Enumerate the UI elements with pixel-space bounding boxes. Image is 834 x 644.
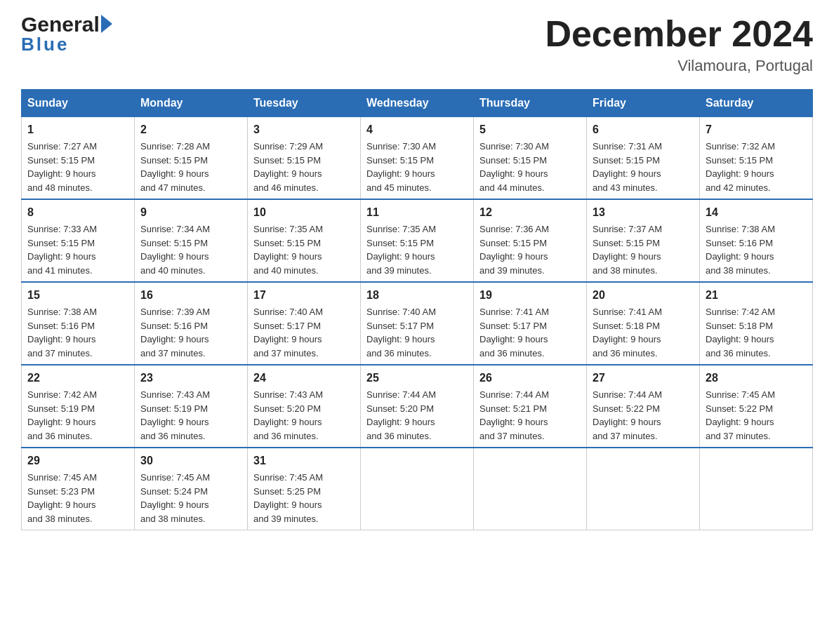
- day-daylight-cont: and 39 minutes.: [253, 514, 319, 524]
- day-number: 9: [140, 204, 241, 221]
- calendar-day-cell: 25 Sunrise: 7:44 AM Sunset: 5:20 PM Dayl…: [361, 365, 474, 448]
- day-number: 26: [479, 370, 581, 387]
- day-sunrise: Sunrise: 7:42 AM: [706, 307, 775, 317]
- calendar-day-cell: 27 Sunrise: 7:44 AM Sunset: 5:22 PM Dayl…: [587, 365, 700, 448]
- day-number: 12: [479, 204, 581, 221]
- day-sunset: Sunset: 5:15 PM: [27, 155, 95, 166]
- day-daylight-cont: and 36 minutes.: [140, 431, 206, 441]
- day-sunrise: Sunrise: 7:40 AM: [366, 307, 436, 317]
- day-sunrise: Sunrise: 7:35 AM: [366, 224, 436, 234]
- day-sunset: Sunset: 5:15 PM: [140, 155, 208, 166]
- calendar-week-row: 29 Sunrise: 7:45 AM Sunset: 5:23 PM Dayl…: [22, 448, 813, 530]
- day-daylight-cont: and 39 minutes.: [479, 265, 545, 276]
- day-daylight-cont: and 37 minutes.: [27, 348, 93, 358]
- day-daylight-cont: and 37 minutes.: [140, 348, 206, 358]
- day-daylight-cont: and 41 minutes.: [27, 265, 93, 276]
- day-number: 24: [253, 370, 355, 387]
- day-sunrise: Sunrise: 7:45 AM: [27, 472, 97, 483]
- day-sunset: Sunset: 5:18 PM: [593, 321, 660, 331]
- day-daylight-cont: and 48 minutes.: [27, 182, 93, 193]
- day-daylight-cont: and 37 minutes.: [253, 348, 319, 358]
- day-daylight-cont: and 36 minutes.: [27, 431, 93, 441]
- calendar-day-cell: 5 Sunrise: 7:30 AM Sunset: 5:15 PM Dayli…: [474, 117, 587, 200]
- day-daylight: Daylight: 9 hours: [140, 499, 209, 510]
- day-sunrise: Sunrise: 7:33 AM: [27, 224, 97, 234]
- day-sunset: Sunset: 5:23 PM: [27, 486, 95, 497]
- day-sunset: Sunset: 5:15 PM: [253, 238, 321, 248]
- day-daylight: Daylight: 9 hours: [253, 168, 322, 179]
- day-number: 4: [366, 121, 468, 138]
- calendar-day-cell: 22 Sunrise: 7:42 AM Sunset: 5:19 PM Dayl…: [22, 365, 135, 448]
- day-daylight: Daylight: 9 hours: [140, 168, 209, 179]
- calendar-week-row: 22 Sunrise: 7:42 AM Sunset: 5:19 PM Dayl…: [22, 365, 813, 448]
- day-sunset: Sunset: 5:17 PM: [366, 321, 434, 331]
- day-number: 10: [253, 204, 355, 221]
- calendar-day-cell: 19 Sunrise: 7:41 AM Sunset: 5:17 PM Dayl…: [474, 282, 587, 365]
- calendar-day-cell: 30 Sunrise: 7:45 AM Sunset: 5:24 PM Dayl…: [135, 448, 248, 530]
- calendar-day-cell: 21 Sunrise: 7:42 AM Sunset: 5:18 PM Dayl…: [700, 282, 813, 365]
- day-daylight: Daylight: 9 hours: [140, 334, 209, 344]
- logo-blue-text: Blue: [21, 35, 69, 53]
- calendar-day-cell: 29 Sunrise: 7:45 AM Sunset: 5:23 PM Dayl…: [22, 448, 135, 530]
- logo-row1: General: [21, 14, 112, 35]
- col-wednesday: Wednesday: [361, 90, 474, 117]
- header-row: Sunday Monday Tuesday Wednesday Thursday…: [22, 90, 813, 117]
- day-daylight: Daylight: 9 hours: [253, 334, 322, 344]
- day-daylight: Daylight: 9 hours: [706, 168, 774, 179]
- day-daylight-cont: and 37 minutes.: [593, 431, 658, 441]
- day-number: 15: [27, 287, 128, 304]
- day-daylight: Daylight: 9 hours: [253, 251, 322, 262]
- logo: General Blue: [21, 14, 112, 53]
- calendar-day-cell: [361, 448, 474, 530]
- day-number: 13: [593, 204, 694, 221]
- day-daylight: Daylight: 9 hours: [253, 499, 322, 510]
- calendar-table: Sunday Monday Tuesday Wednesday Thursday…: [21, 89, 813, 530]
- day-sunset: Sunset: 5:15 PM: [366, 238, 434, 248]
- day-number: 11: [366, 204, 468, 221]
- calendar-day-cell: 3 Sunrise: 7:29 AM Sunset: 5:15 PM Dayli…: [248, 117, 361, 200]
- day-daylight: Daylight: 9 hours: [706, 251, 774, 262]
- day-daylight-cont: and 36 minutes.: [253, 431, 319, 441]
- day-daylight-cont: and 36 minutes.: [479, 348, 545, 358]
- day-daylight: Daylight: 9 hours: [479, 334, 548, 344]
- day-number: 29: [27, 452, 128, 469]
- day-daylight-cont: and 46 minutes.: [253, 182, 319, 193]
- day-daylight: Daylight: 9 hours: [27, 168, 96, 179]
- day-number: 6: [593, 121, 694, 138]
- calendar-day-cell: 31 Sunrise: 7:45 AM Sunset: 5:25 PM Dayl…: [248, 448, 361, 530]
- day-number: 8: [27, 204, 128, 221]
- day-sunrise: Sunrise: 7:44 AM: [366, 389, 436, 400]
- calendar-day-cell: 16 Sunrise: 7:39 AM Sunset: 5:16 PM Dayl…: [135, 282, 248, 365]
- day-sunrise: Sunrise: 7:34 AM: [140, 224, 210, 234]
- day-number: 7: [706, 121, 807, 138]
- day-number: 21: [706, 287, 807, 304]
- calendar-day-cell: 4 Sunrise: 7:30 AM Sunset: 5:15 PM Dayli…: [361, 117, 474, 200]
- calendar-day-cell: 9 Sunrise: 7:34 AM Sunset: 5:15 PM Dayli…: [135, 199, 248, 282]
- day-sunrise: Sunrise: 7:38 AM: [27, 307, 97, 317]
- day-number: 2: [140, 121, 241, 138]
- day-daylight: Daylight: 9 hours: [706, 334, 774, 344]
- calendar-header: Sunday Monday Tuesday Wednesday Thursday…: [22, 90, 813, 117]
- day-daylight: Daylight: 9 hours: [27, 417, 96, 427]
- day-daylight: Daylight: 9 hours: [366, 168, 435, 179]
- title-section: December 2024 Vilamoura, Portugal: [545, 14, 813, 75]
- day-number: 20: [593, 287, 694, 304]
- day-sunset: Sunset: 5:16 PM: [140, 321, 208, 331]
- day-number: 3: [253, 121, 355, 138]
- calendar-day-cell: 17 Sunrise: 7:40 AM Sunset: 5:17 PM Dayl…: [248, 282, 361, 365]
- day-daylight-cont: and 36 minutes.: [593, 348, 658, 358]
- calendar-day-cell: 28 Sunrise: 7:45 AM Sunset: 5:22 PM Dayl…: [700, 365, 813, 448]
- day-sunset: Sunset: 5:20 PM: [366, 403, 434, 414]
- day-sunset: Sunset: 5:21 PM: [479, 403, 547, 414]
- day-sunrise: Sunrise: 7:45 AM: [253, 472, 323, 483]
- day-daylight-cont: and 37 minutes.: [479, 431, 545, 441]
- day-daylight: Daylight: 9 hours: [593, 168, 661, 179]
- day-sunset: Sunset: 5:15 PM: [706, 155, 773, 166]
- day-daylight-cont: and 38 minutes.: [706, 265, 771, 276]
- calendar-day-cell: 10 Sunrise: 7:35 AM Sunset: 5:15 PM Dayl…: [248, 199, 361, 282]
- day-sunrise: Sunrise: 7:41 AM: [593, 307, 662, 317]
- day-sunrise: Sunrise: 7:43 AM: [140, 389, 210, 400]
- location-subtitle: Vilamoura, Portugal: [545, 57, 813, 75]
- day-sunset: Sunset: 5:19 PM: [27, 403, 95, 414]
- calendar-day-cell: [587, 448, 700, 530]
